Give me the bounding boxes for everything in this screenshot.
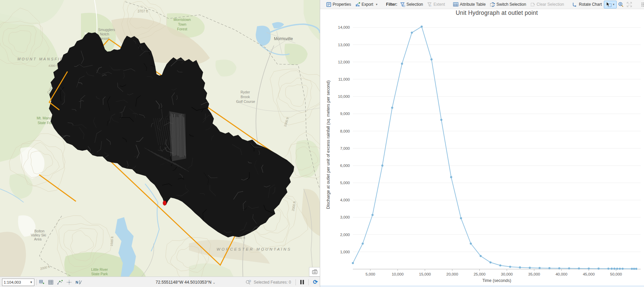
map-label: Valley Ski [31,233,46,237]
filter-extent-icon [427,2,432,7]
data-point-marker [381,165,383,167]
y-tick-label: 9,000 [340,112,350,116]
data-point-marker [619,268,621,270]
y-tick-label: 3,000 [340,215,350,219]
full-extent-icon [626,2,632,7]
y-tick-label: 1,000 [340,250,350,254]
data-point-marker [421,26,423,28]
data-point-marker [611,268,613,270]
rotate-chart-button[interactable]: Rotate Chart [570,1,604,8]
divider [308,279,309,285]
x-tick-label: 50,000 [610,272,622,276]
map-scale-value: 1:104,003 [4,280,21,284]
properties-icon [326,2,331,7]
selection-magnifier-icon [245,280,251,285]
chart-body: Unit Hydrograph at outlet point Discharg… [320,9,644,287]
x-tick-label: 10,000 [392,272,403,276]
map-label: Golf Course [236,99,255,104]
hydrograph-plot[interactable]: 1,0002,0003,0004,0005,0006,0007,0008,000… [320,9,644,287]
extent-label: Extent [433,2,445,7]
arcgis-pro-window: MOUNT MANSFIELD4390 ftCHITTENDENSmuggler… [0,0,644,287]
x-tick-label: 25,000 [474,272,485,276]
map-overflow-button[interactable] [309,267,320,277]
export-label: Export [362,2,373,7]
map-canvas[interactable]: MOUNT MANSFIELD4390 ftCHITTENDENSmuggler… [0,0,320,277]
notes-icon [311,269,318,275]
map-label: Morrisville [274,36,293,41]
data-point-marker [613,268,615,270]
data-point-marker [538,267,540,269]
refresh-icon[interactable]: ⟳ [313,279,318,285]
grid-icon[interactable] [48,280,54,285]
pause-drawing-button[interactable] [300,280,304,284]
export-chart-icon [355,2,360,7]
north-arrow-icon[interactable]: N [75,280,83,285]
attribute-table-icon [453,2,458,7]
rotate-chart-icon [572,2,578,7]
properties-button[interactable]: Properties [324,1,353,8]
select-tool-button[interactable]: ▼ [604,1,617,8]
properties-label: Properties [333,2,351,7]
outlet-point-marker[interactable] [163,201,166,205]
y-tick-label: 2,000 [340,233,350,237]
y-tick-label: 5,000 [340,181,350,185]
data-point-marker [391,107,393,109]
x-tick-label: 20,000 [446,272,458,276]
data-point-marker [558,267,560,269]
x-tick-label: 35,000 [528,272,540,276]
data-point-marker [440,119,442,121]
data-point-marker [489,261,492,263]
clear-selection-label: Clear Selection [537,2,564,7]
cursor-coordinates[interactable]: 72.5551148°W 44.5010353°N [156,280,211,285]
chart-panel-edge [320,285,644,287]
add-graticule-icon[interactable] [39,280,45,285]
map-label: Ryder [241,90,250,94]
x-tick-label: 5,000 [365,272,375,276]
chevron-down-icon: ▼ [30,281,33,284]
y-tick-label: 11,000 [338,77,350,81]
map-label: 3707 ft [138,9,148,13]
data-point-marker [633,268,635,270]
chart-title: Unit Hydrograph at outlet point [353,9,641,17]
x-tick-label: 30,000 [501,272,513,276]
list-icon [641,2,644,7]
y-tick-label: 14,000 [338,25,350,29]
map-scale-select[interactable]: 1:104,003 ▼ [2,279,34,286]
data-point-marker [607,268,609,270]
data-point-marker [578,267,580,269]
export-button[interactable]: Export ▼ [353,1,380,8]
y-tick-label: 8,000 [340,129,350,133]
map-label: Morristown [173,18,191,22]
y-tick-label: 12,000 [338,60,350,64]
hydrograph-line [353,27,636,269]
data-point-marker [597,267,599,269]
edit-vertices-icon[interactable] [57,280,63,285]
data-point-marker [529,267,531,269]
divider [36,279,37,285]
map-label: 4390 ft [48,64,58,67]
chevron-down-icon: ▼ [375,3,378,6]
switch-selection-button[interactable]: Switch Selection [488,1,528,8]
chevron-down-icon[interactable]: ⌄ [213,281,215,284]
clear-selection-button: Clear Selection [528,1,566,8]
data-point-marker [470,242,472,245]
selection-label: Selection [407,2,423,7]
map-label: Area [34,237,41,241]
snap-crosshair-icon[interactable] [66,280,72,285]
divider [296,279,296,285]
data-point-marker [499,264,501,266]
zoom-in-icon [618,2,624,7]
x-tick-label: 15,000 [419,272,431,276]
chart-list-button[interactable]: ▼ [640,1,644,8]
filter-selection-button[interactable]: Selection [398,1,425,8]
switch-selection-icon [490,2,495,7]
clear-selection-icon [530,2,535,7]
y-tick-label: 13,000 [338,43,350,47]
rotate-chart-label: Rotate Chart [579,2,602,7]
selected-features-count: Selected Features: 0 [254,280,291,285]
data-point-marker [371,214,373,216]
data-point-marker [616,268,618,270]
attribute-table-button[interactable]: Attribute Table [451,1,488,8]
zoom-tool-button[interactable] [617,1,625,8]
data-point-marker [362,242,364,245]
